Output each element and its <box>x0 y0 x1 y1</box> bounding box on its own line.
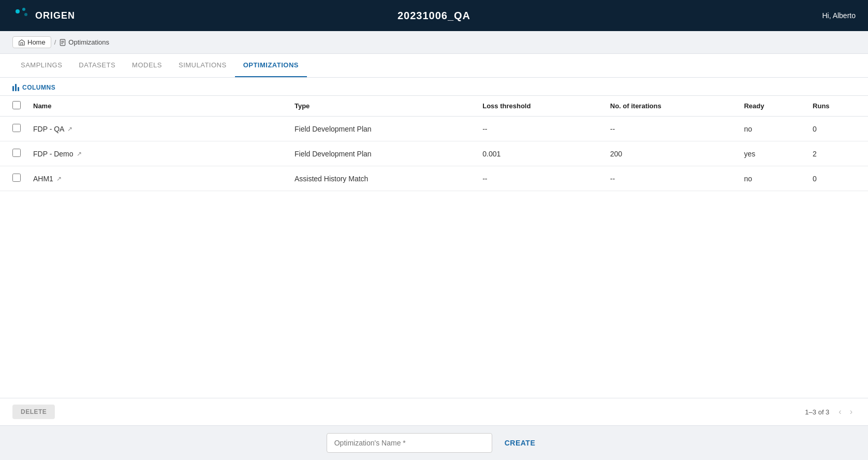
row3-name-cell: AHM1 ↗ <box>27 166 288 191</box>
row1-name: FDP - QA <box>33 125 64 133</box>
create-bar: CREATE <box>0 425 868 460</box>
tab-datasets[interactable]: DATASETS <box>70 54 124 77</box>
columns-header: COLUMNS <box>0 78 868 95</box>
row3-type: Assisted History Match <box>288 166 476 191</box>
row2-checkbox-cell <box>0 141 27 166</box>
row2-iterations: 200 <box>604 141 738 166</box>
svg-point-1 <box>22 8 25 11</box>
col-name: Name <box>27 96 288 117</box>
pagination-arrows: ‹ › <box>835 406 856 418</box>
home-label: Home <box>27 38 46 46</box>
col-type: Type <box>288 96 476 117</box>
row2-checkbox[interactable] <box>12 149 21 157</box>
breadcrumb-current: Optimizations <box>59 38 109 46</box>
svg-point-0 <box>16 9 20 13</box>
row2-name-cell: FDP - Demo ↗ <box>27 141 288 166</box>
header-title: 20231006_QA <box>398 10 470 22</box>
col-iterations: No. of iterations <box>604 96 738 117</box>
tab-models[interactable]: MODELS <box>124 54 170 77</box>
row3-iterations: -- <box>604 166 738 191</box>
pagination: 1–3 of 3 ‹ › <box>805 406 856 418</box>
tabs-nav: SAMPLINGS DATASETS MODELS SIMULATIONS OP… <box>0 54 868 78</box>
row1-type: Field Development Plan <box>288 117 476 141</box>
row3-checkbox[interactable] <box>12 174 21 182</box>
table-section: COLUMNS Name Type Loss threshold No. of … <box>0 78 868 425</box>
breadcrumb-separator: / <box>54 38 56 46</box>
breadcrumb: Home / Optimizations <box>0 31 868 54</box>
row2-ready: yes <box>738 141 806 166</box>
row1-checkbox[interactable] <box>12 124 21 132</box>
table-row: FDP - QA ↗ Field Development Plan -- -- … <box>0 117 868 141</box>
row1-loss: -- <box>476 117 604 141</box>
row3-runs: 0 <box>806 166 868 191</box>
logo-text: ORIGEN <box>35 10 75 21</box>
footer-bar: DELETE 1–3 of 3 ‹ › <box>0 398 868 425</box>
logo-area: ORIGEN <box>12 6 75 25</box>
home-icon <box>18 39 25 46</box>
row2-loss: 0.001 <box>476 141 604 166</box>
main-content: SAMPLINGS DATASETS MODELS SIMULATIONS OP… <box>0 54 868 425</box>
optimization-name-input[interactable] <box>327 433 492 453</box>
row3-ext-link-icon[interactable]: ↗ <box>56 175 62 182</box>
table-header-row: Name Type Loss threshold No. of iteratio… <box>0 96 868 117</box>
delete-button[interactable]: DELETE <box>12 405 55 419</box>
row2-type: Field Development Plan <box>288 141 476 166</box>
app-header: ORIGEN 20231006_QA Hi, Alberto <box>0 0 868 31</box>
header-user: Hi, Alberto <box>822 11 856 20</box>
col-loss-threshold: Loss threshold <box>476 96 604 117</box>
optimizations-table: Name Type Loss threshold No. of iteratio… <box>0 95 868 191</box>
home-breadcrumb[interactable]: Home <box>12 36 51 48</box>
row1-iterations: -- <box>604 117 738 141</box>
pagination-text: 1–3 of 3 <box>805 408 829 416</box>
columns-label: COLUMNS <box>22 84 55 91</box>
table-spacer <box>0 191 868 398</box>
prev-page-button[interactable]: ‹ <box>835 406 844 418</box>
row3-ready: no <box>738 166 806 191</box>
row1-ext-link-icon[interactable]: ↗ <box>67 125 72 133</box>
col-runs: Runs <box>806 96 868 117</box>
row3-loss: -- <box>476 166 604 191</box>
tab-optimizations[interactable]: OPTIMIZATIONS <box>235 54 307 77</box>
row1-ready: no <box>738 117 806 141</box>
row1-name-cell: FDP - QA ↗ <box>27 117 288 141</box>
logo-icon <box>12 6 31 25</box>
row1-checkbox-cell <box>0 117 27 141</box>
page-icon <box>59 39 66 46</box>
row2-ext-link-icon[interactable]: ↗ <box>77 150 82 157</box>
row2-runs: 2 <box>806 141 868 166</box>
create-button[interactable]: CREATE <box>498 434 542 452</box>
row3-checkbox-cell <box>0 166 27 191</box>
row1-runs: 0 <box>806 117 868 141</box>
row2-name: FDP - Demo <box>33 150 73 158</box>
table-row: FDP - Demo ↗ Field Development Plan 0.00… <box>0 141 868 166</box>
current-page-label: Optimizations <box>68 38 109 46</box>
select-all-checkbox[interactable] <box>12 101 21 109</box>
tab-samplings[interactable]: SAMPLINGS <box>12 54 70 77</box>
col-checkbox <box>0 96 27 117</box>
tab-simulations[interactable]: SIMULATIONS <box>170 54 235 77</box>
table-row: AHM1 ↗ Assisted History Match -- -- no 0 <box>0 166 868 191</box>
row3-name: AHM1 <box>33 175 53 183</box>
columns-icon <box>12 84 19 91</box>
svg-point-2 <box>24 13 27 16</box>
next-page-button[interactable]: › <box>847 406 856 418</box>
col-ready: Ready <box>738 96 806 117</box>
